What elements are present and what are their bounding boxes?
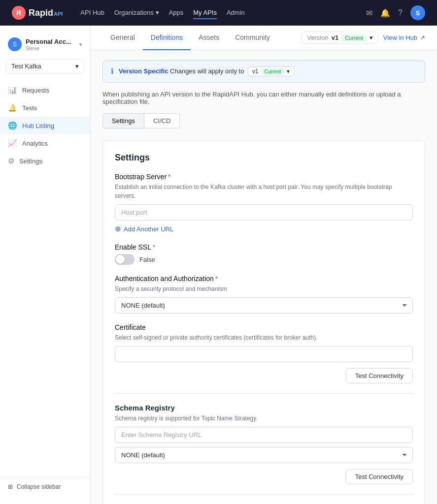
schema-registry-desc: Schema registry is supported for Topic N… <box>115 414 413 423</box>
sub-tab-settings[interactable]: Settings <box>102 113 144 128</box>
certificate-group: Certificate Select self-signed or privat… <box>115 323 413 383</box>
plus-circle-icon: ⊕ <box>115 224 121 233</box>
sidebar-item-tests[interactable]: 🔔 Tests <box>0 99 90 117</box>
collapse-label: Collapse sidebar <box>17 483 61 490</box>
ssl-toggle-label: False <box>139 256 155 263</box>
banner-version-badge: Current <box>261 68 284 75</box>
sub-tab-cicd[interactable]: CI/CD <box>144 113 180 128</box>
divider <box>115 393 413 394</box>
auth-label: Authentication and Authorization * <box>115 275 413 283</box>
required-star-auth: * <box>215 275 218 283</box>
settings-icon: ⚙ <box>8 157 14 165</box>
account-selector[interactable]: S Personal Acc... Steve ▾ <box>0 33 90 59</box>
nav-apps[interactable]: Apps <box>169 7 184 19</box>
sidebar-item-settings[interactable]: ⚙ Settings <box>0 152 90 170</box>
sidebar-nav: 📊 Requests 🔔 Tests 🌐 Hub Listing 📈 Analy… <box>0 81 90 477</box>
certificate-label: Certificate <box>115 323 413 331</box>
toggle-knob <box>116 255 125 264</box>
bootstrap-server-label: Bootstrap Server * <box>115 173 413 181</box>
account-avatar: S <box>8 37 22 51</box>
test-connectivity-button-2[interactable]: Test Connectivity <box>346 469 413 484</box>
required-star-ssl: * <box>153 243 155 251</box>
sidebar-item-label: Requests <box>22 87 49 94</box>
info-banner: ℹ Version Specific Changes will apply on… <box>102 60 425 83</box>
nav-organizations[interactable]: Organizations ▾ <box>114 7 159 19</box>
sidebar-item-hub-listing[interactable]: 🌐 Hub Listing <box>0 117 90 134</box>
account-sub: Steve <box>26 45 75 51</box>
api-selector[interactable]: Test Kafka ▾ <box>6 59 84 73</box>
tests-icon: 🔔 <box>8 103 17 112</box>
bootstrap-server-input[interactable] <box>115 204 413 220</box>
tab-community[interactable]: Community <box>227 26 278 50</box>
nav-api-hub[interactable]: API Hub <box>80 7 104 19</box>
nav-admin[interactable]: Admin <box>227 7 245 19</box>
auth-group: Authentication and Authorization * Speci… <box>115 275 413 314</box>
enable-ssl-toggle[interactable] <box>115 254 134 265</box>
version-selector[interactable]: Version v1 Current ▾ <box>302 32 378 44</box>
sidebar: S Personal Acc... Steve ▾ Test Kafka ▾ 📊… <box>0 26 91 504</box>
analytics-icon: 📈 <box>8 139 17 148</box>
banner-text: Version Specific Changes will apply only… <box>119 66 294 76</box>
auth-desc: Specify a security protocol and mechanis… <box>115 284 413 293</box>
sidebar-item-requests[interactable]: 📊 Requests <box>0 81 90 99</box>
api-selector-chevron-icon: ▾ <box>75 63 79 70</box>
sub-tabs: Settings CI/CD <box>102 113 425 128</box>
enable-ssl-group: Enable SSL * False <box>115 243 413 265</box>
nav-right: ✉ 🔔 ? S <box>366 5 425 20</box>
tabs-right: Version v1 Current ▾ View in Hub ↗ <box>302 32 425 44</box>
banner-version-chevron-icon: ▾ <box>287 68 290 75</box>
logo-icon: R <box>12 6 26 20</box>
top-navigation: R RapidAPI API Hub Organizations ▾ Apps … <box>0 0 437 26</box>
enable-ssl-label: Enable SSL * <box>115 243 413 251</box>
envelope-icon[interactable]: ✉ <box>366 8 372 18</box>
banner-version-value: v1 <box>252 68 259 75</box>
requests-icon: 📊 <box>8 86 17 94</box>
bootstrap-server-desc: Establish an initial connection to the K… <box>115 183 413 200</box>
account-info: Personal Acc... Steve <box>26 38 75 51</box>
schema-registry-url-input[interactable] <box>115 427 413 443</box>
sidebar-item-analytics[interactable]: 📈 Analytics <box>0 134 90 152</box>
test-connectivity-button-1[interactable]: Test Connectivity <box>346 368 413 383</box>
section-title: Settings <box>115 153 413 163</box>
tab-assets[interactable]: Assets <box>191 26 227 50</box>
schema-registry-select[interactable]: NONE (default) <box>115 447 413 463</box>
tabs-bar: General Definitions Assets Community Ver… <box>91 26 437 50</box>
api-name: Test Kafka <box>11 63 41 70</box>
bell-icon[interactable]: 🔔 <box>380 8 390 18</box>
nav-links: API Hub Organizations ▾ Apps My APIs Adm… <box>80 7 244 19</box>
divider-2 <box>115 494 413 495</box>
avatar[interactable]: S <box>410 5 425 20</box>
main-layout: S Personal Acc... Steve ▾ Test Kafka ▾ 📊… <box>0 26 437 504</box>
sidebar-item-label: Settings <box>19 158 42 165</box>
info-text: When publishing an API version to the Ra… <box>102 91 425 105</box>
banner-bold: Version Specific <box>119 67 168 75</box>
tab-general[interactable]: General <box>102 26 143 50</box>
page-content: ℹ Version Specific Changes will apply on… <box>91 50 437 504</box>
certificate-desc: Select self-signed or private authority … <box>115 333 413 342</box>
view-in-hub-button[interactable]: View in Hub ↗ <box>383 34 425 41</box>
collapse-icon: ⊞ <box>8 483 13 490</box>
main-content: General Definitions Assets Community Ver… <box>91 26 437 504</box>
version-value: v1 <box>332 34 338 41</box>
help-icon[interactable]: ? <box>398 8 403 17</box>
logo-text: RapidAPI <box>29 8 63 18</box>
certificate-input[interactable] <box>115 346 413 362</box>
version-chevron-icon: ▾ <box>370 34 373 41</box>
banner-version-pill[interactable]: v1 Current ▾ <box>248 66 294 76</box>
add-url-button[interactable]: ⊕ Add Another URL <box>115 224 173 233</box>
account-chevron-icon: ▾ <box>79 41 82 48</box>
hub-listing-icon: 🌐 <box>8 121 17 130</box>
nav-my-apis[interactable]: My APIs <box>193 7 217 19</box>
sidebar-item-label: Analytics <box>22 140 48 147</box>
auth-select[interactable]: NONE (default) <box>115 297 413 314</box>
tab-definitions[interactable]: Definitions <box>143 26 191 50</box>
schema-registry-title: Schema Registry <box>115 404 413 412</box>
version-prefix: Version <box>307 34 328 41</box>
collapse-sidebar-button[interactable]: ⊞ Collapse sidebar <box>0 477 90 496</box>
sidebar-item-label: Hub Listing <box>22 122 54 129</box>
ssl-toggle-row: False <box>115 254 413 265</box>
logo[interactable]: R RapidAPI <box>12 6 63 20</box>
current-badge: Current <box>341 34 367 41</box>
external-link-icon: ↗ <box>420 34 425 41</box>
required-star: * <box>168 173 170 181</box>
